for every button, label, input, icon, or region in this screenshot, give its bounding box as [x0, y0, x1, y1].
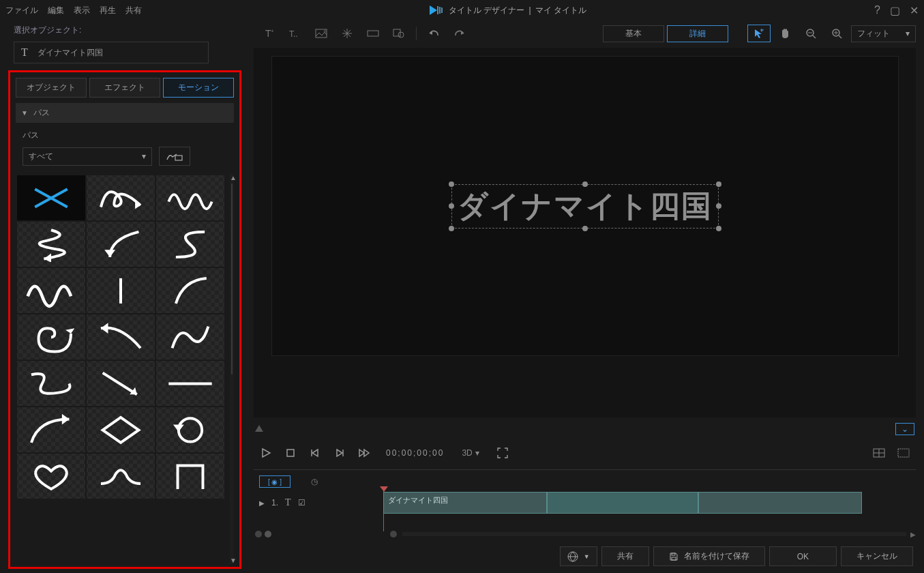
insert-backdrop-button[interactable]: [361, 25, 385, 42]
timeline-scrollbar-track[interactable]: [402, 532, 906, 536]
timeline-horizontal-scroll[interactable]: ▶: [254, 529, 916, 540]
redo-button[interactable]: [448, 25, 471, 42]
clip-segment-out[interactable]: [698, 492, 862, 514]
path-grid-scrollbar[interactable]: ▲ ▼: [230, 174, 234, 564]
ok-button[interactable]: OK: [769, 546, 837, 566]
resize-handle-w[interactable]: [449, 203, 454, 209]
resize-handle-ne[interactable]: [716, 181, 721, 187]
path-preset-none[interactable]: [17, 175, 85, 220]
resize-handle-nw[interactable]: [449, 181, 454, 187]
canvas-preview[interactable]: ダイナマイト四国: [271, 56, 899, 356]
save-as-button[interactable]: 名前を付けて保存: [653, 546, 765, 566]
canvas-area[interactable]: ダイナマイト四国: [254, 48, 916, 417]
zoom-in-button[interactable]: [825, 25, 848, 42]
tab-object[interactable]: オブジェクト: [16, 78, 87, 98]
prev-frame-button[interactable]: [307, 445, 323, 461]
path-preset-heart[interactable]: [17, 454, 85, 499]
clock-icon[interactable]: ◷: [311, 477, 318, 486]
path-preset-n-curve[interactable]: [156, 314, 224, 359]
path-preset-spiral[interactable]: [17, 314, 85, 359]
maximize-icon[interactable]: ▢: [890, 4, 900, 17]
close-icon[interactable]: ✕: [910, 4, 919, 17]
scroll-up-icon[interactable]: ▲: [230, 174, 234, 181]
fullscreen-button[interactable]: [494, 445, 511, 461]
position-marker-icon[interactable]: [255, 425, 263, 432]
insert-text-button[interactable]: T+: [258, 25, 281, 42]
timecode-display[interactable]: 00;00;00;00: [386, 448, 444, 458]
cancel-button[interactable]: キャンセル: [841, 546, 913, 566]
timeline-zoom-in-icon[interactable]: [390, 531, 397, 538]
path-preset-diamond[interactable]: [87, 407, 155, 452]
resize-handle-n[interactable]: [582, 181, 588, 187]
insert-image-button[interactable]: +: [310, 25, 333, 42]
timeline-zoom-out-icon[interactable]: [255, 531, 262, 538]
share-button[interactable]: 共有: [601, 546, 649, 566]
scroll-thumb[interactable]: [231, 183, 233, 374]
grid-toggle-button[interactable]: [895, 445, 912, 461]
resize-handle-se[interactable]: [716, 226, 721, 231]
zoom-fit-dropdown[interactable]: フィット ▾: [851, 25, 916, 42]
timeline-scroll-right-icon[interactable]: ▶: [910, 531, 916, 538]
path-preset-arc-right-arrow[interactable]: [17, 407, 85, 452]
path-preset-wave-large[interactable]: [17, 268, 85, 313]
mode-detail-button[interactable]: 詳細: [667, 25, 728, 42]
tab-effect[interactable]: エフェクト: [89, 78, 160, 98]
track-header[interactable]: ▶ 1. T ☑: [254, 490, 383, 515]
selection-dropdown[interactable]: T ダイナマイト四国: [14, 42, 209, 63]
scroll-down-icon[interactable]: ▼: [230, 557, 234, 564]
track-expand-icon[interactable]: ▶: [259, 499, 265, 507]
path-preset-loop-curl[interactable]: [87, 175, 155, 220]
path-preset-s-wave[interactable]: [17, 361, 85, 406]
resize-handle-sw[interactable]: [449, 226, 454, 231]
move-tool-button[interactable]: [747, 25, 771, 42]
mode-basic-button[interactable]: 基本: [603, 25, 664, 42]
expand-properties-button[interactable]: ⌄: [895, 423, 914, 435]
title-text-object[interactable]: ダイナマイト四国: [451, 184, 719, 229]
resize-handle-e[interactable]: [716, 203, 721, 209]
clip-segment-mid[interactable]: [547, 492, 698, 514]
free-draw-path-button[interactable]: [159, 147, 190, 166]
svg-marker-19: [173, 424, 184, 432]
zoom-out-button[interactable]: [799, 25, 822, 42]
pan-tool-button[interactable]: [773, 25, 796, 42]
timeline-zoom-slider-thumb[interactable]: [265, 531, 271, 538]
menu-file[interactable]: ファイル: [5, 5, 38, 16]
tab-motion[interactable]: モーション: [163, 78, 234, 98]
safe-zone-button[interactable]: [871, 445, 887, 461]
path-filter-dropdown[interactable]: すべて ▾: [23, 147, 152, 166]
path-preset-vertical-line[interactable]: [87, 268, 155, 313]
path-preset-arc-left-arrow[interactable]: [87, 314, 155, 359]
next-frame-button[interactable]: [331, 445, 348, 461]
track-text-icon: T: [285, 497, 291, 508]
menu-edit[interactable]: 編集: [48, 5, 64, 16]
3d-mode-dropdown[interactable]: 3D ▾: [462, 445, 479, 461]
path-preset-horizontal-line[interactable]: [156, 361, 224, 406]
path-preset-wave-small[interactable]: [156, 175, 224, 220]
path-section-header[interactable]: ▼ パス: [16, 103, 234, 123]
insert-title-button[interactable]: T..: [284, 25, 307, 42]
path-preset-diagonal-arrow[interactable]: [87, 361, 155, 406]
track-visibility-checkbox[interactable]: ☑: [298, 498, 305, 508]
insert-particle-button[interactable]: [336, 25, 359, 42]
help-icon[interactable]: ?: [874, 4, 880, 16]
path-preset-circle-ccw[interactable]: [156, 407, 224, 452]
insert-shape-button[interactable]: [387, 25, 411, 42]
play-button[interactable]: [258, 445, 274, 461]
timeline-track[interactable]: ダイナマイト四国: [383, 490, 916, 515]
menu-share[interactable]: 共有: [125, 5, 142, 16]
undo-button[interactable]: [422, 25, 445, 42]
upload-button[interactable]: ▼: [560, 546, 597, 566]
stop-button[interactable]: [282, 445, 299, 461]
resize-handle-s[interactable]: [582, 226, 588, 231]
fast-forward-button[interactable]: [356, 445, 372, 461]
menu-play[interactable]: 再生: [100, 5, 116, 16]
path-preset-bracket[interactable]: [156, 454, 224, 499]
path-preset-zigzag-down[interactable]: [17, 222, 85, 267]
path-preset-bump[interactable]: [87, 454, 155, 499]
path-preset-s-curve[interactable]: [156, 222, 224, 267]
clip-segment-in[interactable]: ダイナマイト四国: [383, 492, 547, 514]
path-preset-arc-return[interactable]: [87, 222, 155, 267]
menu-view[interactable]: 表示: [74, 5, 90, 16]
keyframe-mode-button[interactable]: [ ◉ ]: [259, 475, 290, 488]
path-preset-arc-simple[interactable]: [156, 268, 224, 313]
